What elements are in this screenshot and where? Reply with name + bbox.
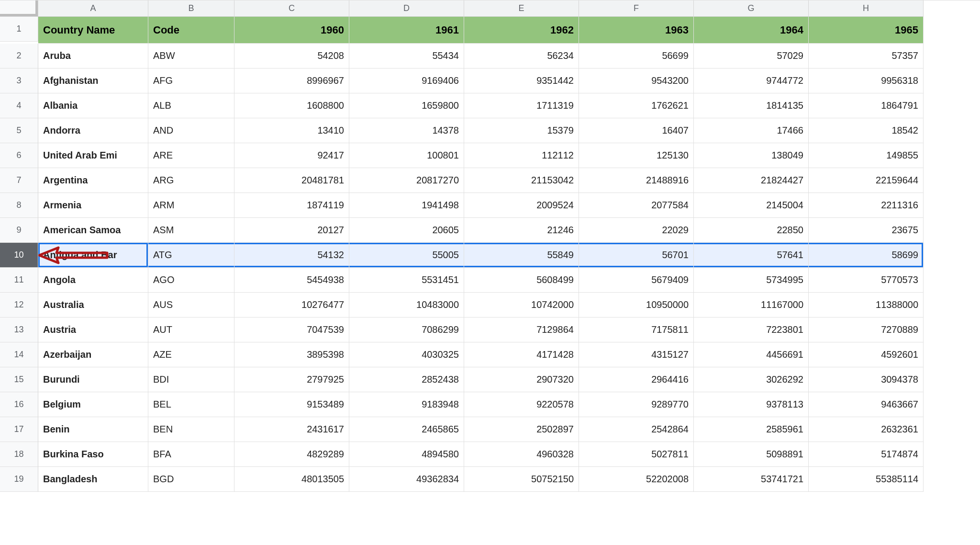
cell-country-code[interactable]: AFG [148, 68, 234, 93]
cell-country-code[interactable]: BDI [148, 367, 234, 392]
cell-value[interactable]: 53741721 [694, 467, 809, 492]
cell-value[interactable]: 20481781 [234, 168, 349, 193]
cell-value[interactable]: 5454938 [234, 268, 349, 293]
cell-country-name[interactable]: American Samoa [38, 218, 148, 243]
cell-value[interactable]: 7270889 [809, 318, 924, 342]
cell-country-code[interactable]: BFA [148, 442, 234, 467]
cell-value[interactable]: 9956318 [809, 68, 924, 93]
cell-country-name[interactable]: Albania [38, 93, 148, 118]
row-header-13[interactable]: 13 [0, 318, 38, 342]
row-header-4[interactable]: 4 [0, 93, 38, 118]
cell-value[interactable]: 56234 [464, 44, 579, 68]
cell-value[interactable]: 7223801 [694, 318, 809, 342]
cell-value[interactable]: 5679409 [579, 268, 694, 293]
cell-value[interactable]: 22159644 [809, 168, 924, 193]
cell-value[interactable]: 2431617 [234, 417, 349, 442]
cell-value[interactable]: 57029 [694, 44, 809, 68]
cell-value[interactable]: 2077584 [579, 193, 694, 218]
cell-value[interactable]: 50752150 [464, 467, 579, 492]
cell-country-code[interactable]: ABW [148, 44, 234, 68]
cell-value[interactable]: 2145004 [694, 193, 809, 218]
row-header-14[interactable]: 14 [0, 342, 38, 367]
cell-value[interactable]: 48013505 [234, 467, 349, 492]
cell-value[interactable]: 7129864 [464, 318, 579, 342]
cell-value[interactable]: 5531451 [349, 268, 464, 293]
row-header-2[interactable]: 2 [0, 44, 38, 68]
cell-country-name[interactable]: Belgium [38, 392, 148, 417]
cell-value[interactable]: 2542864 [579, 417, 694, 442]
row-header-8[interactable]: 8 [0, 193, 38, 218]
cell-value[interactable]: 4894580 [349, 442, 464, 467]
select-all-corner[interactable] [0, 0, 38, 17]
row-header-9[interactable]: 9 [0, 218, 38, 243]
col-header-C[interactable]: C [234, 0, 349, 17]
cell-value[interactable]: 9543200 [579, 68, 694, 93]
cell-value[interactable]: 10483000 [349, 293, 464, 318]
cell-country-name[interactable]: Austria [38, 318, 148, 342]
cell-country-code[interactable]: BEN [148, 417, 234, 442]
cell-value[interactable]: 1608800 [234, 93, 349, 118]
cell-value[interactable]: 20605 [349, 218, 464, 243]
cell-value[interactable]: 9378113 [694, 392, 809, 417]
cell-country-code[interactable]: BGD [148, 467, 234, 492]
row-header-18[interactable]: 18 [0, 442, 38, 467]
cell-value[interactable]: 11388000 [809, 293, 924, 318]
cell-value[interactable]: 10276477 [234, 293, 349, 318]
cell-value[interactable]: 5098891 [694, 442, 809, 467]
col-header-E[interactable]: E [464, 0, 579, 17]
cell-value[interactable]: 5770573 [809, 268, 924, 293]
header-cell[interactable]: Code [148, 17, 234, 44]
cell-value[interactable]: 2964416 [579, 367, 694, 392]
col-header-D[interactable]: D [349, 0, 464, 17]
cell-country-name[interactable]: Azerbaijan [38, 342, 148, 367]
cell-country-name[interactable]: Argentina [38, 168, 148, 193]
row-header-10[interactable]: 10 [0, 243, 38, 268]
cell-value[interactable]: 9463667 [809, 392, 924, 417]
cell-value[interactable]: 9183948 [349, 392, 464, 417]
cell-value[interactable]: 21246 [464, 218, 579, 243]
cell-value[interactable]: 55385114 [809, 467, 924, 492]
cell-value[interactable]: 21824427 [694, 168, 809, 193]
cell-value[interactable]: 2465865 [349, 417, 464, 442]
cell-value[interactable]: 22850 [694, 218, 809, 243]
cell-value[interactable]: 8996967 [234, 68, 349, 93]
cell-value[interactable]: 112112 [464, 143, 579, 168]
cell-value[interactable]: 10742000 [464, 293, 579, 318]
cell-value[interactable]: 125130 [579, 143, 694, 168]
header-cell[interactable]: 1964 [694, 17, 809, 44]
cell-value[interactable]: 56699 [579, 44, 694, 68]
cell-value[interactable]: 92417 [234, 143, 349, 168]
row-header-5[interactable]: 5 [0, 118, 38, 143]
cell-value[interactable]: 4829289 [234, 442, 349, 467]
col-header-A[interactable]: A [38, 0, 148, 17]
cell-value[interactable]: 2585961 [694, 417, 809, 442]
cell-value[interactable]: 18542 [809, 118, 924, 143]
cell-value[interactable]: 7086299 [349, 318, 464, 342]
cell-value[interactable]: 5174874 [809, 442, 924, 467]
row-header-1[interactable]: 1 [0, 17, 38, 42]
cell-value[interactable]: 3026292 [694, 367, 809, 392]
header-cell[interactable]: 1960 [234, 17, 349, 44]
cell-value[interactable]: 21488916 [579, 168, 694, 193]
cell-value[interactable]: 9153489 [234, 392, 349, 417]
row-header-12[interactable]: 12 [0, 293, 38, 318]
header-cell[interactable]: 1962 [464, 17, 579, 44]
row-header-7[interactable]: 7 [0, 168, 38, 193]
header-cell[interactable]: Country Name [38, 17, 148, 44]
cell-country-code[interactable]: AZE [148, 342, 234, 367]
cell-value[interactable]: 55849 [464, 243, 579, 268]
cell-value[interactable]: 4030325 [349, 342, 464, 367]
cell-value[interactable]: 20817270 [349, 168, 464, 193]
header-cell[interactable]: 1965 [809, 17, 924, 44]
cell-value[interactable]: 52202008 [579, 467, 694, 492]
cell-country-code[interactable]: ARG [148, 168, 234, 193]
header-cell[interactable]: 1963 [579, 17, 694, 44]
cell-country-name[interactable]: Burundi [38, 367, 148, 392]
cell-value[interactable]: 100801 [349, 143, 464, 168]
cell-value[interactable]: 5608499 [464, 268, 579, 293]
cell-value[interactable]: 1711319 [464, 93, 579, 118]
cell-value[interactable]: 55005 [349, 243, 464, 268]
cell-country-code[interactable]: ARM [148, 193, 234, 218]
row-header-3[interactable]: 3 [0, 68, 38, 93]
cell-value[interactable]: 16407 [579, 118, 694, 143]
